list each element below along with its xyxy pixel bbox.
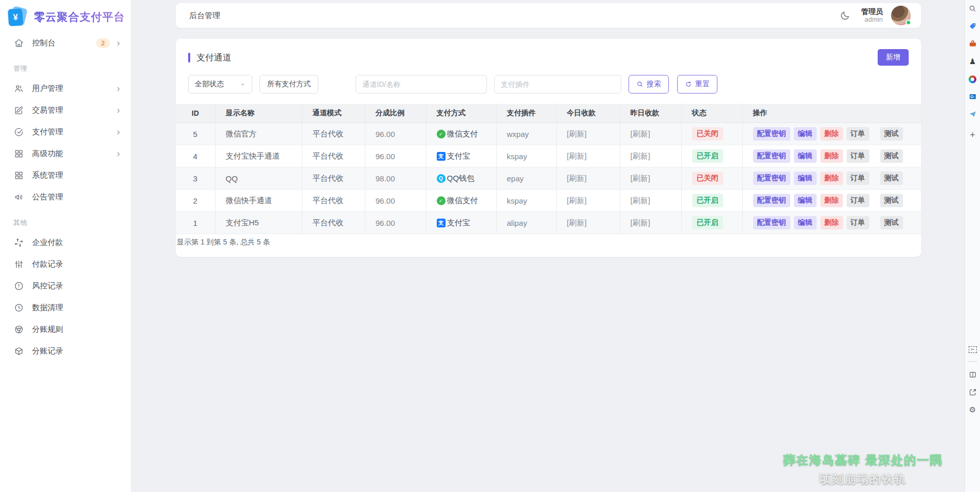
test-button[interactable]: 测试 [880,172,903,185]
strip-divider [969,361,977,362]
avatar[interactable] [891,6,911,25]
edit-button[interactable]: 编辑 [794,172,817,185]
add-button[interactable]: 新增 [878,49,909,66]
payment-method: 支付宝 [437,151,470,161]
channel-id-input[interactable] [356,75,487,94]
test-button[interactable]: 测试 [880,216,903,229]
configure-key-button[interactable]: 配置密钥 [753,172,790,185]
pagination-summary: 显示第 1 到第 5 条, 总共 5 条 [176,234,921,247]
orders-button[interactable]: 订单 [847,149,869,163]
status-filter-select[interactable]: 全部状态 [188,75,252,94]
split-view-icon[interactable] [968,370,977,379]
status-badge: 已开启 [692,216,723,229]
chevron-right-icon [115,105,121,115]
refresh-today-link[interactable]: [刷新] [567,218,587,227]
configure-key-button[interactable]: 配置密钥 [753,127,790,141]
delete-button[interactable]: 删除 [820,194,843,207]
cell-plugin: epay [496,167,556,190]
edit-button[interactable]: 编辑 [794,216,817,229]
cell-name: 支付宝H5 [215,212,302,234]
cell-mode: 平台代收 [302,167,365,190]
user-info[interactable]: 管理员 admin [861,7,883,23]
orders-button[interactable]: 订单 [847,194,869,207]
reset-button[interactable]: 重置 [677,75,717,94]
orders-button[interactable]: 订单 [847,172,869,185]
cell-id: 5 [176,123,215,145]
refresh-yesterday-link[interactable]: [刷新] [631,174,650,182]
refresh-yesterday-link[interactable]: [刷新] [631,129,650,138]
search-icon[interactable] [968,4,977,13]
delete-button[interactable]: 删除 [820,127,843,141]
speaker-icon [13,192,24,202]
sidebar-item-label: 用户管理 [32,84,115,94]
open-external-icon[interactable] [968,388,977,397]
sidebar-item-split-records[interactable]: 分账记录 [0,340,131,362]
refresh-today-link[interactable]: [刷新] [567,196,587,205]
edit-button[interactable]: 编辑 [794,127,817,141]
method-filter-select[interactable]: 所有支付方式 [259,75,318,94]
sidebar-item-data-cleanup[interactable]: 数据清理 [0,297,131,318]
outlook-icon[interactable] [968,92,977,101]
sidebar-item-announcement-management[interactable]: 公告管理 [0,186,131,208]
send-icon[interactable] [968,110,977,119]
chess-icon[interactable]: ♟ [968,57,977,66]
brand-title: 零云聚合支付平台 [34,10,125,24]
sidebar-item-system-management[interactable]: 系统管理 [0,164,131,186]
brand-logo-icon: ¥ [8,7,28,27]
sidebar-item-label: 高级功能 [32,149,115,159]
toolbox-icon[interactable] [968,39,977,49]
sidebar-item-user-management[interactable]: 用户管理 [0,78,131,99]
test-button[interactable]: 测试 [880,194,903,207]
refresh-yesterday-link[interactable]: [刷新] [631,196,650,205]
search-button[interactable]: 搜索 [629,75,669,94]
configure-key-button[interactable]: 配置密钥 [753,216,790,229]
configure-key-button[interactable]: 配置密钥 [753,194,790,207]
settings-icon[interactable]: ⚙ [968,405,977,414]
filter-bar: 全部状态 所有支付方式 搜索 重置 [188,75,909,94]
test-button[interactable]: 测试 [880,149,903,163]
edit-button[interactable]: 编辑 [794,149,817,163]
delete-button[interactable]: 删除 [820,149,843,163]
sidebar-item-enterprise-payment[interactable]: 企业付款 [0,232,131,253]
status-badge: 已关闭 [692,172,723,185]
sidebar-item-risk-records[interactable]: 风控记录 [0,275,131,297]
plugin-input[interactable] [494,75,621,94]
cell-ratio: 96.00 [365,123,426,145]
alert-octagon-icon [13,281,24,291]
status-badge: 已关闭 [692,127,723,141]
alipay-icon [437,152,446,161]
orders-button[interactable]: 订单 [847,216,869,229]
sidebar-item-label: 控制台 [32,38,96,48]
refresh-yesterday-link[interactable]: [刷新] [631,218,650,227]
edit-button[interactable]: 编辑 [794,194,817,207]
configure-key-button[interactable]: 配置密钥 [753,149,790,163]
sidebar-item-transaction-management[interactable]: 交易管理 [0,99,131,121]
sidebar-item-split-rules[interactable]: 分账规则 [0,318,131,340]
sidebar-item-payment-management[interactable]: 支付管理 [0,121,131,143]
lyrics-line-2: 顷刻崩塌的铁轨 [784,471,943,487]
sidebar-item-payment-records[interactable]: 付款记录 [0,253,131,275]
refresh-today-link[interactable]: [刷新] [567,151,587,160]
add-icon[interactable]: + [968,130,977,140]
col-id: ID [176,104,215,123]
sidebar-item-label: 风控记录 [32,281,121,291]
refresh-yesterday-link[interactable]: [刷新] [631,151,650,160]
delete-button[interactable]: 删除 [820,172,843,185]
sidebar-item-advanced-features[interactable]: 高级功能 [0,143,131,164]
orders-button[interactable]: 订单 [847,127,869,141]
snip-icon[interactable]: ✂ [969,346,977,353]
refresh-today-link[interactable]: [刷新] [567,129,587,138]
refresh-today-link[interactable]: [刷新] [567,174,587,182]
dark-mode-toggle[interactable] [837,8,853,23]
m365-icon[interactable] [968,74,977,84]
test-button[interactable]: 测试 [880,127,903,141]
alipay-icon [437,219,446,227]
tag-icon[interactable] [968,22,977,31]
sidebar-item-label: 企业付款 [32,238,121,248]
top-header: 后台管理 管理员 admin [176,3,921,28]
col-display-name: 显示名称 [215,104,302,123]
home-icon [13,38,24,48]
channels-table: ID 显示名称 通道模式 分成比例 支付方式 支付插件 今日收款 昨日收款 状态… [176,104,921,234]
delete-button[interactable]: 删除 [820,216,843,229]
sidebar-item-console[interactable]: 控制台 2 [0,32,131,54]
